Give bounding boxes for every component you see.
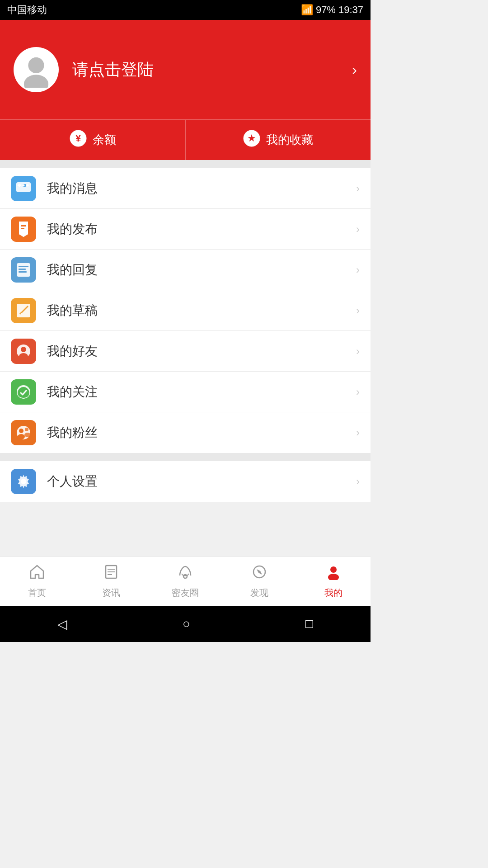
message-chevron-icon: › <box>356 182 360 195</box>
menu-item-settings[interactable]: 个人设置 › <box>0 461 371 502</box>
android-nav-bar: ◁ ○ □ <box>0 606 371 642</box>
home-icon <box>29 564 45 584</box>
section-break-settings <box>0 453 371 461</box>
home-nav-label: 首页 <box>28 587 46 599</box>
favorites-button[interactable]: ★ 我的收藏 <box>186 120 371 160</box>
svg-rect-14 <box>21 228 24 229</box>
svg-point-28 <box>24 433 31 437</box>
main-menu-list: 我的消息 › 我的发布 › 我的回复 › <box>0 168 371 453</box>
quick-action-bar: ¥ 余额 ★ 我的收藏 <box>0 119 371 160</box>
nav-item-news[interactable]: 资讯 <box>74 557 148 606</box>
menu-item-friend[interactable]: 我的好友 › <box>0 331 371 372</box>
avatar-icon <box>18 52 54 88</box>
svg-point-25 <box>19 429 23 433</box>
draft-label: 我的草稿 <box>47 302 356 319</box>
svg-point-11 <box>23 184 25 186</box>
menu-item-draft[interactable]: 我的草稿 › <box>0 290 371 331</box>
time-text: 19:37 <box>338 4 363 16</box>
friend-icon <box>16 344 31 359</box>
discover-nav-label: 发现 <box>250 587 268 599</box>
profile-header[interactable]: 请点击登陆 › <box>0 20 371 119</box>
avatar <box>14 47 59 92</box>
svg-text:¥: ¥ <box>75 132 81 144</box>
fans-chevron-icon: › <box>356 426 360 439</box>
discover-icon <box>251 564 267 584</box>
nav-item-mine[interactable]: 我的 <box>296 557 371 606</box>
svg-point-21 <box>21 347 26 352</box>
svg-point-26 <box>18 434 25 439</box>
svg-point-38 <box>328 574 339 580</box>
message-label: 我的消息 <box>47 180 356 197</box>
settings-menu-list: 个人设置 › <box>0 461 371 502</box>
nav-item-home[interactable]: 首页 <box>0 557 74 606</box>
message-icon <box>16 182 31 195</box>
fans-icon <box>16 425 31 440</box>
mine-nav-label: 我的 <box>324 587 343 599</box>
recent-button[interactable]: □ <box>305 617 313 631</box>
signal-icon: 📶 <box>301 4 313 16</box>
menu-item-fans[interactable]: 我的粉丝 › <box>0 412 371 453</box>
svg-point-37 <box>330 566 337 573</box>
status-right: 📶 97% 19:37 <box>301 4 363 16</box>
section-divider-top <box>0 160 371 168</box>
star-icon: ★ <box>243 129 261 151</box>
balance-label: 余额 <box>93 132 116 148</box>
setting-icon <box>16 474 31 489</box>
message-icon-wrap <box>11 176 36 201</box>
svg-point-0 <box>28 57 44 73</box>
svg-rect-17 <box>19 269 26 270</box>
svg-text:★: ★ <box>247 132 256 144</box>
menu-item-reply[interactable]: 我的回复 › <box>0 250 371 290</box>
fans-label: 我的粉丝 <box>47 424 356 441</box>
settings-chevron-icon: › <box>356 475 360 488</box>
nav-item-discover[interactable]: 发现 <box>222 557 296 606</box>
publish-icon-wrap <box>11 217 36 242</box>
reply-icon-wrap <box>11 257 36 283</box>
svg-point-1 <box>24 75 48 88</box>
status-bar: 中国移动 📶 97% 19:37 <box>0 0 371 20</box>
follow-chevron-icon: › <box>356 386 360 398</box>
follow-icon-wrap <box>11 379 36 405</box>
svg-point-10 <box>19 184 21 186</box>
publish-chevron-icon: › <box>356 223 360 236</box>
profile-chevron-icon: › <box>352 61 357 78</box>
svg-rect-16 <box>19 266 28 267</box>
menu-item-message[interactable]: 我的消息 › <box>0 168 371 209</box>
home-button[interactable]: ○ <box>183 617 190 631</box>
mine-icon <box>325 564 342 584</box>
back-button[interactable]: ◁ <box>57 617 67 632</box>
follow-label: 我的关注 <box>47 383 356 401</box>
menu-item-follow[interactable]: 我的关注 › <box>0 372 371 412</box>
circle-icon <box>177 564 193 584</box>
publish-icon <box>17 222 30 237</box>
reply-chevron-icon: › <box>356 264 360 276</box>
yuan-icon: ¥ <box>69 129 87 151</box>
login-prompt-text: 请点击登陆 <box>72 59 352 81</box>
svg-rect-18 <box>19 271 27 273</box>
carrier-text: 中国移动 <box>7 3 47 17</box>
friend-icon-wrap <box>11 339 36 364</box>
friend-label: 我的好友 <box>47 343 356 360</box>
draft-icon <box>16 303 31 318</box>
friend-chevron-icon: › <box>356 345 360 358</box>
settings-label: 个人设置 <box>47 473 356 490</box>
nav-item-circle[interactable]: 密友圈 <box>148 557 222 606</box>
draft-icon-wrap <box>11 298 36 323</box>
menu-item-publish[interactable]: 我的发布 › <box>0 209 371 250</box>
svg-rect-13 <box>21 225 26 226</box>
bottom-navigation: 首页 资讯 密友圈 <box>0 556 371 606</box>
news-icon <box>103 564 119 584</box>
publish-label: 我的发布 <box>47 221 356 238</box>
reply-icon <box>16 262 31 278</box>
reply-label: 我的回复 <box>47 261 356 278</box>
fans-icon-wrap <box>11 420 36 445</box>
svg-rect-6 <box>16 182 31 192</box>
circle-nav-label: 密友圈 <box>172 587 199 599</box>
battery-text: 97% <box>316 4 336 16</box>
balance-button[interactable]: ¥ 余额 <box>0 120 186 160</box>
setting-icon-wrap <box>11 469 36 494</box>
favorites-label: 我的收藏 <box>266 132 313 148</box>
svg-point-12 <box>27 184 29 186</box>
news-nav-label: 资讯 <box>102 587 120 599</box>
draft-chevron-icon: › <box>356 304 360 317</box>
